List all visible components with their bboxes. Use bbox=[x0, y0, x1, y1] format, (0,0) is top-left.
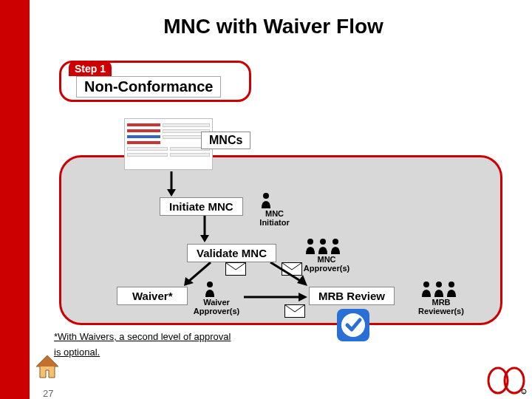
arrow-icon bbox=[181, 262, 215, 289]
svg-text:R: R bbox=[523, 391, 525, 395]
svg-point-2 bbox=[320, 239, 326, 245]
svg-marker-22 bbox=[299, 293, 307, 301]
page-number: 27 bbox=[43, 388, 53, 399]
role-mrb-reviewers: MRB Reviewer(s) bbox=[415, 298, 467, 316]
mail-icon bbox=[225, 262, 246, 276]
mail-icon bbox=[284, 304, 305, 318]
svg-point-3 bbox=[332, 239, 338, 245]
home-icon[interactable] bbox=[34, 354, 61, 381]
accent-bar bbox=[0, 0, 30, 399]
node-initiate: Initiate MNC bbox=[160, 197, 243, 216]
form-thumbnail bbox=[124, 118, 213, 170]
step-name: Non-Conformance bbox=[76, 76, 221, 98]
svg-point-7 bbox=[449, 282, 454, 287]
svg-marker-14 bbox=[167, 189, 176, 197]
svg-point-1 bbox=[307, 239, 313, 245]
arrow-icon bbox=[200, 216, 210, 242]
role-waiver-approvers: Waiver Approver(s) bbox=[191, 298, 242, 316]
people-icon bbox=[420, 281, 457, 297]
mncs-tag: MNCs bbox=[201, 132, 250, 149]
step-badge: Step 1 bbox=[69, 61, 112, 76]
node-waiver: Waiver* bbox=[117, 287, 188, 305]
step-box: Step 1 Non-Conformance bbox=[59, 61, 251, 102]
people-icon bbox=[304, 238, 341, 254]
footnote: *With Waivers, a second level of approva… bbox=[54, 330, 231, 361]
svg-point-0 bbox=[263, 193, 269, 199]
svg-point-6 bbox=[436, 282, 442, 287]
arrow-icon bbox=[266, 262, 310, 289]
arrow-icon bbox=[166, 171, 177, 197]
svg-marker-16 bbox=[200, 235, 209, 242]
slide: MNC with Waiver Flow Step 1 Non-Conforma… bbox=[0, 0, 532, 399]
brand-logo: R bbox=[485, 362, 528, 395]
svg-line-19 bbox=[270, 262, 301, 282]
page-title: MNC with Waiver Flow bbox=[37, 15, 510, 38]
svg-marker-24 bbox=[36, 355, 58, 366]
node-mrb: MRB Review bbox=[309, 287, 395, 305]
role-initiator: MNC Initiator bbox=[254, 209, 295, 227]
svg-line-17 bbox=[188, 262, 211, 282]
check-icon bbox=[335, 307, 372, 344]
person-icon bbox=[260, 192, 272, 208]
arrow-icon bbox=[244, 292, 307, 302]
node-validate: Validate MNC bbox=[187, 244, 276, 262]
svg-point-5 bbox=[423, 282, 429, 287]
